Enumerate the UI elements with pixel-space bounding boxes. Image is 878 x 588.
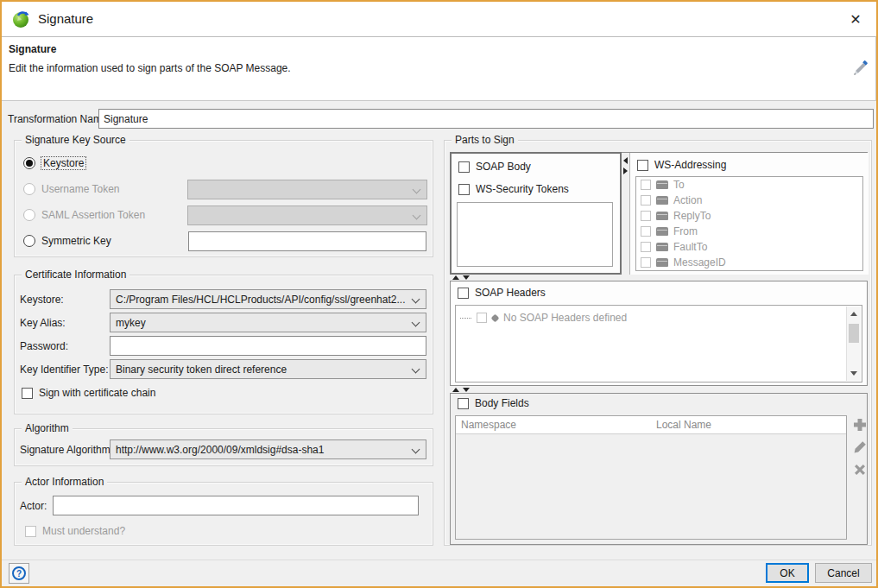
ws-addressing-checkbox[interactable] [637, 160, 648, 171]
folder-icon [656, 243, 668, 251]
chevron-down-icon [412, 446, 420, 454]
cancel-button[interactable]: Cancel [815, 563, 872, 583]
ws-security-tokens-list[interactable] [457, 202, 613, 267]
algorithm-title: Algorithm [22, 422, 73, 434]
keystore-label: Keystore: [20, 294, 64, 306]
key-alias-label: Key Alias: [20, 317, 66, 329]
sign-with-chain-label: Sign with certificate chain [39, 387, 155, 399]
password-input[interactable] [110, 336, 426, 356]
column-header-local-name[interactable]: Local Name [656, 419, 711, 431]
radio-keystore[interactable]: Keystore [23, 156, 85, 170]
soap-headers-tree: No SOAP Headers defined [455, 305, 862, 383]
body-fields-table: Namespace Local Name [455, 415, 847, 540]
key-identifier-type-combobox[interactable]: Binary security token direct reference [110, 359, 426, 379]
horizontal-splitter[interactable] [450, 275, 868, 281]
signature-key-source-title: Signature Key Source [22, 134, 129, 146]
chevron-down-icon [413, 186, 421, 194]
item-checkbox [641, 180, 651, 190]
saml-assertion-token-combobox [187, 205, 427, 225]
keystore-combobox[interactable]: C:/Program Files/HCL/HCLProducts/API/con… [110, 289, 426, 309]
title-bar: Signature ✕ [2, 2, 876, 36]
close-icon[interactable]: ✕ [843, 8, 868, 30]
folder-icon [656, 196, 668, 205]
item-label: Action [673, 194, 702, 206]
item-checkbox [641, 257, 651, 268]
collapse-left-icon[interactable] [623, 157, 628, 164]
vertical-scrollbar[interactable] [846, 307, 861, 381]
symmetric-key-input[interactable] [188, 231, 426, 251]
ws-security-tokens-checkbox[interactable] [458, 184, 470, 195]
chevron-down-icon [413, 212, 421, 220]
expand-right-icon[interactable] [623, 168, 628, 174]
soap-headers-section: SOAP Headers No SOAP Headers defined [450, 281, 868, 386]
soap-headers-checkbox[interactable] [458, 288, 469, 299]
sign-with-chain-checkbox-row[interactable]: Sign with certificate chain [22, 386, 155, 400]
folder-icon [656, 180, 668, 189]
edit-body-field-icon [853, 440, 867, 454]
header-node-icon [491, 313, 500, 322]
actor-information-title: Actor Information [22, 476, 107, 488]
certificate-information-title: Certificate Information [22, 269, 129, 281]
signature-algorithm-label: Signature Algorithm: [20, 444, 113, 456]
ws-security-tokens-label: WS-Security Tokens [476, 183, 569, 195]
header-banner: Signature Edit the information used to s… [2, 36, 876, 101]
body-fields-checkbox-row[interactable]: Body Fields [458, 396, 529, 410]
tree-branch-icon [460, 318, 471, 319]
footer-bar: ? OK Cancel [2, 560, 876, 586]
radio-keystore-indicator [23, 157, 35, 169]
actor-input[interactable] [53, 496, 419, 515]
soap-body-checkbox-row[interactable]: SOAP Body [458, 160, 531, 174]
item-checkbox [641, 226, 651, 237]
sign-with-chain-checkbox[interactable] [22, 388, 33, 399]
radio-username-token-label: Username Token [41, 183, 120, 195]
column-header-namespace[interactable]: Namespace [461, 419, 516, 431]
body-fields-section: Body Fields Namespace Local Name [450, 393, 868, 545]
scroll-up-icon[interactable] [850, 312, 857, 316]
soap-headers-empty-row: No SOAP Headers defined [456, 310, 862, 326]
ws-addressing-item: ReplyTo [636, 208, 862, 224]
body-fields-checkbox[interactable] [458, 398, 469, 409]
ws-addressing-pane: WS-Addressing To Action [629, 153, 869, 275]
item-label: MessageID [673, 256, 726, 269]
help-icon: ? [12, 566, 26, 580]
item-checkbox [641, 242, 651, 252]
radio-username-token-indicator [23, 183, 35, 195]
soap-headers-empty-text: No SOAP Headers defined [503, 312, 627, 324]
ws-security-tokens-checkbox-row[interactable]: WS-Security Tokens [458, 182, 569, 196]
soap-body-label: SOAP Body [476, 161, 531, 173]
signature-dialog: Signature ✕ Signature Edit the informati… [0, 0, 878, 588]
folder-icon [656, 258, 668, 267]
ws-addressing-checkbox-row[interactable]: WS-Addressing [637, 158, 726, 172]
key-alias-value: mykey [116, 317, 146, 329]
banner-description: Edit the information used to sign parts … [9, 62, 291, 74]
soap-body-checkbox[interactable] [458, 161, 470, 173]
radio-symmetric-key-label: Symmetric Key [41, 235, 111, 247]
soap-headers-checkbox-row[interactable]: SOAP Headers [458, 286, 546, 300]
signature-algorithm-combobox[interactable]: http://www.w3.org/2000/09/xmldsig#dsa-sh… [110, 439, 426, 459]
item-label: To [673, 179, 685, 191]
key-alias-combobox[interactable]: mykey [110, 313, 426, 332]
item-checkbox [641, 195, 651, 205]
actor-label: Actor: [20, 500, 47, 512]
collapse-up-icon[interactable] [452, 275, 459, 280]
body-fields-label: Body Fields [475, 397, 529, 409]
app-transform-icon [12, 9, 31, 28]
parts-top-section: SOAP Body WS-Security Tokens WS-Addressi… [450, 152, 868, 274]
radio-symmetric-key[interactable]: Symmetric Key [23, 234, 111, 248]
signature-key-source-group: Signature Key Source Keystore Username T… [14, 140, 433, 257]
vertical-splitter[interactable] [622, 153, 629, 275]
item-checkbox [641, 211, 651, 221]
ok-button[interactable]: OK [766, 563, 809, 583]
horizontal-splitter[interactable] [450, 387, 868, 393]
expand-down-icon[interactable] [463, 275, 470, 280]
must-understand-label: Must understand? [42, 525, 125, 537]
expand-down-icon[interactable] [463, 388, 470, 392]
body-fields-table-header: Namespace Local Name [456, 416, 846, 434]
scroll-down-icon[interactable] [850, 371, 857, 376]
actor-information-group: Actor Information Actor: Must understand… [14, 482, 433, 546]
scrollbar-thumb[interactable] [849, 324, 859, 343]
header-checkbox [477, 313, 487, 323]
collapse-up-icon[interactable] [452, 388, 459, 392]
help-button[interactable]: ? [9, 563, 29, 584]
transformation-name-input[interactable] [98, 109, 874, 129]
